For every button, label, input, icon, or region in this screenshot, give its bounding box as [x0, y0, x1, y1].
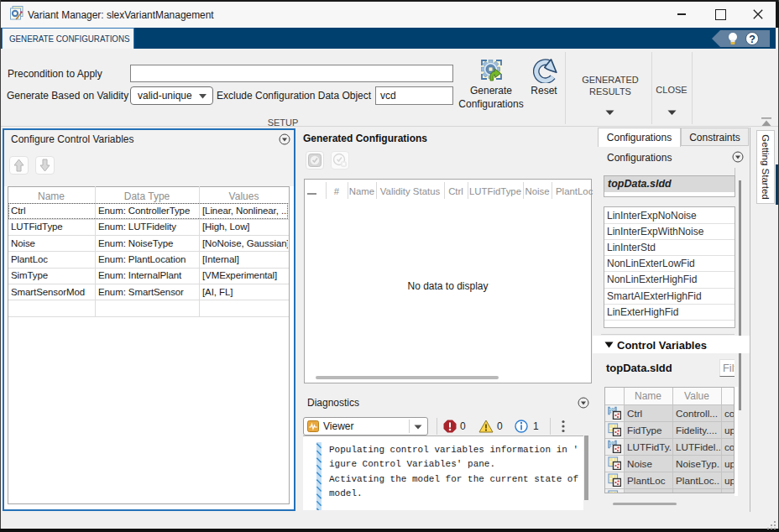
svg-text:?: ?: [749, 34, 755, 45]
